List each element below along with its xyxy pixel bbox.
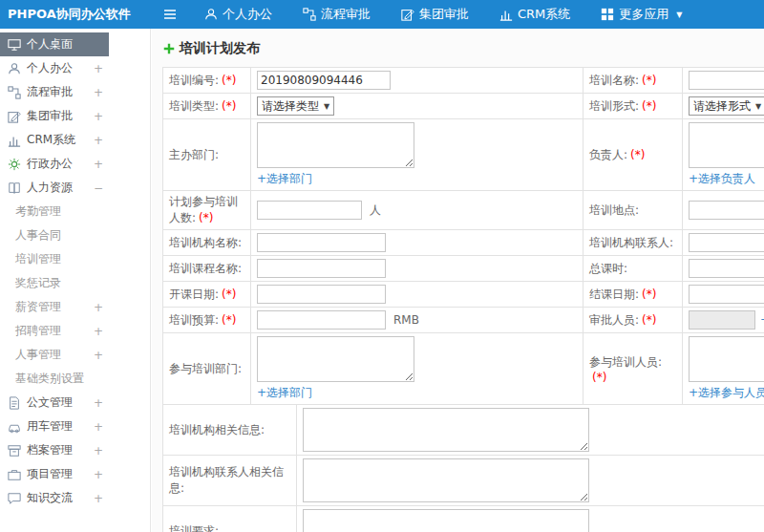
planned-participants-input[interactable]	[257, 201, 362, 220]
nav-personal-office[interactable]: 个人办公	[189, 0, 287, 29]
end-date-input[interactable]	[689, 285, 764, 304]
nav-crm-system[interactable]: CRM系统	[484, 0, 585, 29]
sidebar: 个人桌面 个人办公 + 流程审批 + 集团审批 + CRM系统 + 行政办公 +	[0, 29, 151, 532]
sidebar-item-label: 公文管理	[27, 394, 73, 411]
sidebar-item-document-mgmt[interactable]: 公文管理 +	[0, 391, 109, 415]
join-departments-label: 参与培训部门:	[169, 362, 242, 375]
expand-toggle[interactable]: +	[94, 492, 103, 505]
join-people-textarea[interactable]	[689, 336, 764, 382]
nav-process-approval[interactable]: 流程审批	[287, 0, 386, 29]
car-icon	[8, 420, 21, 434]
expand-toggle[interactable]: +	[94, 62, 103, 75]
archive-box-icon	[8, 444, 21, 458]
select-approver-link[interactable]: +选择审批	[760, 313, 764, 327]
chat-bubble-icon	[8, 492, 21, 505]
apps-grid-icon	[601, 8, 614, 21]
sidebar-item-label: 个人桌面	[27, 36, 73, 53]
sidebar-item-personal-desktop[interactable]: 个人桌面	[0, 32, 109, 56]
hamburger-menu-icon[interactable]	[151, 7, 189, 22]
expand-toggle[interactable]: +	[94, 158, 103, 171]
sidebar-item-training-mgmt[interactable]: 培训管理	[0, 247, 109, 271]
sidebar-menu: 个人桌面 个人办公 + 流程审批 + 集团审批 + CRM系统 + 行政办公 +	[0, 29, 109, 510]
expand-toggle[interactable]: +	[94, 325, 103, 338]
org-info-textarea[interactable]	[303, 408, 589, 452]
nav-label: 个人办公	[223, 6, 272, 23]
org-contact-info-textarea[interactable]	[303, 458, 589, 502]
sidebar-item-base-category-settings[interactable]: 基础类别设置	[0, 367, 109, 391]
edit-approve-icon	[401, 8, 414, 21]
expand-toggle[interactable]: +	[94, 134, 103, 147]
approver-input[interactable]	[689, 310, 755, 330]
sidebar-item-knowledge-exchange[interactable]: 知识交流 +	[0, 486, 109, 510]
training-mode-label: 培训形式:	[589, 99, 639, 113]
training-type-label: 培训类型:	[169, 99, 219, 113]
sidebar-item-reward-records[interactable]: 奖惩记录	[0, 271, 109, 295]
budget-input[interactable]	[257, 310, 386, 330]
sidebar-item-label: 项目管理	[27, 466, 73, 482]
top-header: PHPOA协同办公软件 个人办公 流程审批 集团审批 CRM系统 更多应用 ▼	[0, 0, 764, 29]
org-info-label: 培训机构相关信息:	[169, 423, 265, 436]
sidebar-item-group-approval[interactable]: 集团审批 +	[0, 104, 109, 128]
requirements-textarea[interactable]	[303, 509, 589, 532]
sidebar-item-label: 基础类别设置	[15, 371, 84, 387]
end-date-label: 结课日期:	[589, 287, 639, 301]
training-number-input[interactable]	[257, 71, 391, 90]
requirements-label: 培训要求:	[169, 524, 219, 532]
org-contact-input[interactable]	[689, 233, 764, 252]
sidebar-item-process-approval[interactable]: 流程审批 +	[0, 80, 109, 104]
chevron-down-icon: ▼	[676, 11, 682, 19]
sidebar-item-attendance-mgmt[interactable]: 考勤管理	[0, 200, 109, 223]
sidebar-item-project-mgmt[interactable]: 项目管理 +	[0, 462, 109, 486]
sidebar-item-vehicle-mgmt[interactable]: 用车管理 +	[0, 415, 109, 438]
leader-label: 负责人:	[589, 148, 627, 161]
main-content: 培训计划发布 培训编号:(*) 培训名称:(*) 培训类型:(*) 请选择类型▼	[152, 29, 764, 532]
expand-toggle[interactable]: +	[94, 349, 103, 362]
page-title: 培训计划发布	[163, 40, 764, 57]
training-mode-select[interactable]: 请选择形式▼	[689, 96, 764, 116]
expand-toggle[interactable]: +	[94, 444, 103, 458]
course-name-input[interactable]	[257, 259, 386, 278]
org-name-input[interactable]	[257, 233, 386, 252]
nav-more-apps[interactable]: 更多应用 ▼	[585, 0, 697, 29]
user-icon	[8, 62, 21, 75]
sidebar-item-admin-office[interactable]: 行政办公 +	[0, 152, 109, 176]
host-department-textarea[interactable]	[257, 122, 414, 168]
sidebar-item-label: 奖惩记录	[15, 275, 61, 291]
select-department-link[interactable]: +选择部门	[257, 171, 312, 187]
total-hours-input[interactable]	[689, 259, 764, 278]
join-people-label: 参与培训人员:	[589, 355, 662, 369]
sidebar-item-salary-mgmt[interactable]: 薪资管理 +	[0, 295, 109, 319]
expand-toggle[interactable]: +	[94, 468, 103, 481]
sidebar-item-personal-office[interactable]: 个人办公 +	[0, 56, 109, 80]
select-join-department-link[interactable]: +选择部门	[257, 385, 312, 401]
sidebar-item-label: 人力资源	[27, 180, 73, 196]
expand-toggle[interactable]: +	[94, 301, 103, 314]
training-name-label: 培训名称:	[589, 74, 639, 87]
nav-label: 集团审批	[419, 6, 469, 23]
sidebar-item-personnel-contract[interactable]: 人事合同	[0, 223, 109, 247]
sidebar-item-recruitment-mgmt[interactable]: 招聘管理 +	[0, 319, 109, 343]
collapse-toggle[interactable]: −	[94, 181, 103, 195]
training-name-input[interactable]	[689, 71, 764, 90]
unit-suffix: 人	[370, 203, 381, 217]
leader-textarea[interactable]	[689, 122, 764, 168]
expand-toggle[interactable]: +	[94, 86, 103, 99]
select-leader-link[interactable]: +选择负责人	[689, 171, 755, 187]
location-input[interactable]	[689, 201, 764, 220]
training-plan-form-wide-rows: 培训机构相关信息: 培训机构联系人相关信息: 培训要求:	[162, 404, 764, 532]
select-participants-link[interactable]: +选择参与人员	[689, 385, 764, 401]
required-mark: (*)	[642, 313, 656, 327]
expand-toggle[interactable]: +	[94, 420, 103, 434]
sidebar-item-archive-mgmt[interactable]: 档案管理 +	[0, 438, 109, 462]
expand-toggle[interactable]: +	[94, 110, 103, 123]
sidebar-item-label: 用车管理	[27, 418, 73, 435]
nav-group-approval[interactable]: 集团审批	[386, 0, 484, 29]
sidebar-item-human-resources[interactable]: 人力资源 −	[0, 176, 109, 200]
expand-toggle[interactable]: +	[94, 396, 103, 410]
sidebar-item-crm-system[interactable]: CRM系统 +	[0, 128, 109, 152]
sidebar-item-personnel-mgmt[interactable]: 人事管理 +	[0, 343, 109, 367]
start-date-input[interactable]	[257, 285, 386, 304]
join-departments-textarea[interactable]	[257, 336, 414, 382]
training-type-select[interactable]: 请选择类型▼	[257, 96, 334, 116]
training-mode-selected-value: 请选择形式	[693, 98, 751, 115]
